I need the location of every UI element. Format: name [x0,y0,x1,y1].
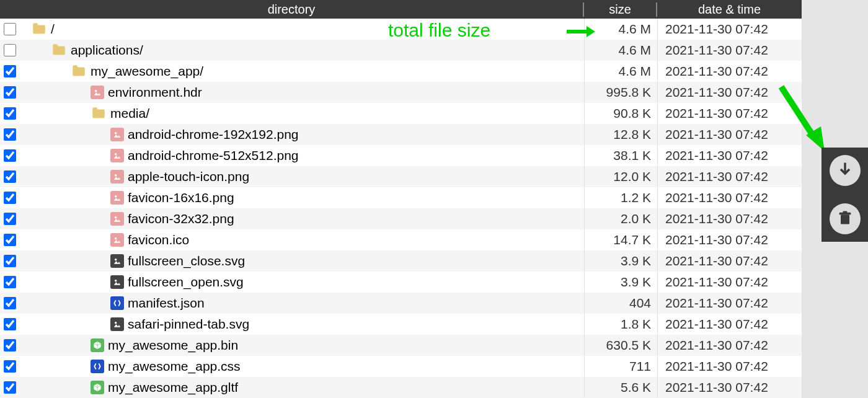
row-checkbox[interactable] [4,297,16,309]
table-row[interactable]: my_awesome_app.css7112021-11-30 07:42 [0,356,802,377]
file-rows-container: /4.6 M2021-11-30 07:42applications/4.6 M… [0,19,802,398]
row-checkbox[interactable] [4,65,16,77]
row-checkbox[interactable] [4,86,16,99]
file-date: 2021-11-30 07:42 [657,208,802,229]
row-checkbox-cell [0,192,26,204]
file-name: my_awesome_app.bin [108,338,238,353]
row-checkbox[interactable] [4,128,16,141]
row-checkbox[interactable] [4,234,16,246]
table-row[interactable]: media/90.8 K2021-11-30 07:42 [0,103,802,124]
row-name-cell[interactable]: fullscreen_open.svg [26,275,584,290]
table-row[interactable]: manifest.json4042021-11-30 07:42 [0,293,802,314]
file-size: 1.2 K [584,187,657,208]
table-row[interactable]: my_awesome_app.gltf5.6 K2021-11-30 07:42 [0,377,802,398]
table-row[interactable]: favicon-32x32.png2.0 K2021-11-30 07:42 [0,208,802,229]
row-checkbox-cell [0,255,26,267]
row-checkbox-cell [0,360,26,373]
row-checkbox[interactable] [4,339,16,352]
table-row[interactable]: my_awesome_app/4.6 M2021-11-30 07:42 [0,61,802,82]
file-name: my_awesome_app.gltf [108,380,238,395]
folder-icon [71,63,87,79]
header-directory[interactable]: directory [0,2,584,17]
row-checkbox[interactable] [4,170,16,183]
row-name-cell[interactable]: media/ [26,105,584,122]
table-row[interactable]: fullscreen_close.svg3.9 K2021-11-30 07:4… [0,250,802,272]
row-checkbox[interactable] [4,149,16,162]
row-name-cell[interactable]: android-chrome-512x512.png [26,148,584,163]
row-name-cell[interactable]: manifest.json [26,296,584,311]
json-file-icon [110,296,124,310]
row-checkbox[interactable] [4,318,16,330]
file-size: 4.6 M [584,61,657,81]
table-row[interactable]: favicon-16x16.png1.2 K2021-11-30 07:42 [0,187,802,208]
header-date[interactable]: date & time [657,2,802,17]
file-browser-panel: directory size date & time /4.6 M2021-11… [0,0,802,398]
file-name: safari-pinned-tab.svg [128,317,249,332]
file-name: apple-touch-icon.png [128,169,249,184]
row-name-cell[interactable]: favicon.ico [26,232,584,247]
file-date: 2021-11-30 07:42 [657,19,802,39]
image-file-icon [110,149,124,162]
header-size[interactable]: size [584,2,657,17]
row-name-cell[interactable]: my_awesome_app.bin [26,338,584,353]
table-row[interactable]: favicon.ico14.7 K2021-11-30 07:42 [0,229,802,250]
table-row[interactable]: /4.6 M2021-11-30 07:42 [0,19,802,40]
table-row[interactable]: safari-pinned-tab.svg1.8 K2021-11-30 07:… [0,314,802,335]
package-file-icon [91,381,104,394]
table-row[interactable]: applications/4.6 M2021-11-30 07:42 [0,40,802,61]
row-checkbox[interactable] [4,107,16,120]
file-name: favicon-32x32.png [128,211,234,226]
row-checkbox-cell [0,86,26,99]
delete-button[interactable] [830,203,861,234]
row-name-cell[interactable]: favicon-32x32.png [26,211,584,226]
table-row[interactable]: android-chrome-512x512.png38.1 K2021-11-… [0,145,802,166]
file-date: 2021-11-30 07:42 [657,356,802,376]
row-name-cell[interactable]: favicon-16x16.png [26,190,584,205]
row-checkbox-cell [0,297,26,309]
row-checkbox[interactable] [4,360,16,373]
row-name-cell[interactable]: my_awesome_app/ [26,63,584,79]
file-date: 2021-11-30 07:42 [657,272,802,292]
svg-point-4 [115,195,117,197]
row-name-cell[interactable]: environment.hdr [26,85,584,100]
row-name-cell[interactable]: / [26,21,584,37]
row-name-cell[interactable]: fullscreen_close.svg [26,254,584,268]
row-name-cell[interactable]: safari-pinned-tab.svg [26,317,584,332]
file-size: 90.8 K [584,103,657,123]
table-row[interactable]: android-chrome-192x192.png12.8 K2021-11-… [0,124,802,145]
row-checkbox[interactable] [4,44,16,56]
table-row[interactable]: my_awesome_app.bin630.5 K2021-11-30 07:4… [0,335,802,356]
row-checkbox[interactable] [4,213,16,225]
row-checkbox[interactable] [4,23,16,35]
table-row[interactable]: fullscreen_open.svg3.9 K2021-11-30 07:42 [0,272,802,293]
table-row[interactable]: apple-touch-icon.png12.0 K2021-11-30 07:… [0,166,802,187]
row-checkbox-cell [0,44,26,56]
file-date: 2021-11-30 07:42 [657,293,802,313]
row-checkbox-cell [0,128,26,141]
row-name-cell[interactable]: my_awesome_app.gltf [26,380,584,395]
row-checkbox[interactable] [4,255,16,267]
download-button[interactable] [830,155,861,186]
row-checkbox[interactable] [4,381,16,394]
file-date: 2021-11-30 07:42 [657,187,802,208]
file-size: 630.5 K [584,335,657,355]
download-icon [836,161,854,181]
row-checkbox[interactable] [4,192,16,204]
row-name-cell[interactable]: applications/ [26,42,584,58]
row-checkbox-cell [0,339,26,352]
file-date: 2021-11-30 07:42 [657,250,802,271]
file-date: 2021-11-30 07:42 [657,377,802,397]
image-file-icon [110,233,124,247]
file-name: android-chrome-512x512.png [128,148,299,163]
svg-point-2 [115,153,117,155]
file-name: my_awesome_app/ [91,64,203,79]
folder-icon [91,105,107,122]
file-date: 2021-11-30 07:42 [657,61,802,81]
file-name: manifest.json [128,296,205,311]
row-checkbox[interactable] [4,276,16,288]
file-date: 2021-11-30 07:42 [657,145,802,166]
row-name-cell[interactable]: my_awesome_app.css [26,359,584,374]
row-name-cell[interactable]: android-chrome-192x192.png [26,127,584,142]
row-name-cell[interactable]: apple-touch-icon.png [26,169,584,184]
table-row[interactable]: environment.hdr995.8 K2021-11-30 07:42 [0,82,802,103]
